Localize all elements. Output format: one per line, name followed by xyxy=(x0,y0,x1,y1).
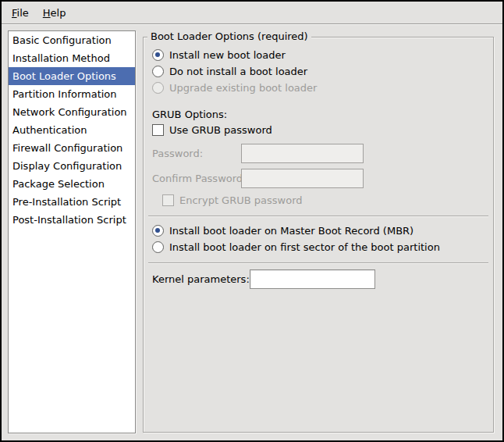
grub-options-label: GRUB Options: xyxy=(152,109,493,120)
radio-label: Install boot loader on Master Boot Recor… xyxy=(169,225,413,237)
sidebar-item-firewall-configuration[interactable]: Firewall Configuration xyxy=(9,139,135,157)
sidebar-item-installation-method[interactable]: Installation Method xyxy=(9,49,135,67)
password-label: Password: xyxy=(152,148,241,159)
password-field[interactable] xyxy=(241,144,364,163)
sidebar-item-partition-information[interactable]: Partition Information xyxy=(9,85,135,103)
kickstart-configurator-window: { "window": { "bg_color": "#e3e2e0", "se… xyxy=(0,0,504,442)
sidebar-item-authentication[interactable]: Authentication xyxy=(9,121,135,139)
checkbox-label: Use GRUB password xyxy=(169,124,272,136)
kernel-parameters-label: Kernel parameters: xyxy=(152,273,250,285)
password-row: Password: xyxy=(152,144,493,163)
encrypt-grub-password-checkbox xyxy=(162,194,174,206)
radio-label: Install new boot loader xyxy=(169,49,286,61)
radio-do-not-install-boot-loader[interactable] xyxy=(152,66,164,77)
menu-help-label: elp xyxy=(51,7,66,19)
checkbox-row-use-grub-password[interactable]: Use GRUB password xyxy=(152,122,493,138)
confirm-password-row: Confirm Password: xyxy=(152,169,493,188)
sidebar-item-package-selection[interactable]: Package Selection xyxy=(9,175,135,193)
radio-install-new-boot-loader[interactable] xyxy=(152,49,164,61)
radio-upgrade-existing-boot-loader xyxy=(152,82,164,94)
section-list: Basic Configuration Installation Method … xyxy=(8,30,136,433)
kernel-parameters-field[interactable] xyxy=(250,269,375,289)
checkbox-row-encrypt-grub-password: Encrypt GRUB password xyxy=(162,192,493,209)
menu-file[interactable]: File xyxy=(5,5,36,21)
sidebar-item-display-configuration[interactable]: Display Configuration xyxy=(9,157,135,175)
sidebar-item-post-installation-script[interactable]: Post-Installation Script xyxy=(9,211,135,229)
frame-title: Boot Loader Options (required) xyxy=(147,30,311,42)
separator xyxy=(148,216,488,217)
radio-row-install-mbr[interactable]: Install boot loader on Master Boot Recor… xyxy=(152,223,493,239)
confirm-password-field[interactable] xyxy=(241,169,364,188)
confirm-password-label: Confirm Password: xyxy=(152,173,241,184)
use-grub-password-checkbox[interactable] xyxy=(152,124,164,136)
checkbox-label: Encrypt GRUB password xyxy=(179,194,303,206)
kernel-parameters-row: Kernel parameters: xyxy=(152,269,493,289)
boot-loader-options-frame: Boot Loader Options (required) Install n… xyxy=(143,37,494,433)
radio-row-do-not-install[interactable]: Do not install a boot loader xyxy=(152,63,493,80)
radio-label: Install boot loader on first sector of t… xyxy=(169,241,440,253)
radio-label: Upgrade existing boot loader xyxy=(169,82,317,94)
radio-install-on-mbr[interactable] xyxy=(152,225,164,237)
sidebar-item-basic-configuration[interactable]: Basic Configuration xyxy=(9,31,135,49)
menu-file-label: ile xyxy=(17,7,29,19)
separator xyxy=(148,262,488,264)
radio-row-install-first-sector[interactable]: Install boot loader on first sector of t… xyxy=(152,239,493,255)
menu-bar: File Help xyxy=(2,2,502,24)
sidebar-item-boot-loader-options[interactable]: Boot Loader Options xyxy=(9,67,135,85)
sidebar-item-network-configuration[interactable]: Network Configuration xyxy=(9,103,135,121)
radio-install-on-first-sector[interactable] xyxy=(152,241,164,253)
radio-row-install-new[interactable]: Install new boot loader xyxy=(152,47,493,63)
radio-row-upgrade-existing: Upgrade existing boot loader xyxy=(152,80,493,96)
sidebar-item-pre-installation-script[interactable]: Pre-Installation Script xyxy=(9,193,135,211)
menu-help[interactable]: Help xyxy=(36,5,73,21)
radio-label: Do not install a boot loader xyxy=(169,66,307,77)
menu-help-mnemonic: H xyxy=(43,7,51,19)
